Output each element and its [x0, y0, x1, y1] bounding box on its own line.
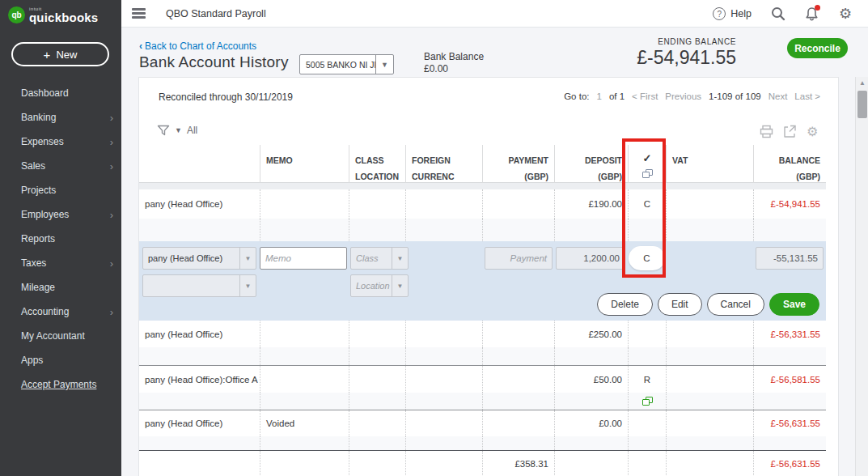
page-header: ‹Back to Chart of Accounts Bank Account …	[121, 28, 868, 77]
page-of: of 1	[609, 91, 625, 101]
header-class-location[interactable]: CLASS LOCATION	[349, 145, 405, 183]
table-settings-gear-icon[interactable]: ⚙	[807, 125, 820, 138]
settings-gear-icon[interactable]: ⚙	[839, 6, 853, 21]
new-button[interactable]: + New	[11, 42, 109, 66]
edit-button[interactable]: Edit	[658, 293, 702, 316]
row-gap	[139, 183, 826, 189]
account-select[interactable]: 5005 BANKO NI JEIZIE ▼	[299, 54, 394, 74]
ending-balance-label: ENDING BALANCE	[658, 37, 736, 46]
header-vat[interactable]: VAT	[666, 145, 753, 183]
sidebar-item-projects[interactable]: Projects	[0, 178, 121, 202]
chevron-down-icon: ▼	[239, 248, 256, 269]
header-foreign-currency[interactable]: FOREIGN CURRENC EXCHANGE RATE	[405, 145, 482, 183]
pagination: Go to: 1 of 1 < First Previous 1-109 of …	[564, 91, 820, 101]
sidebar-item-banking[interactable]: Banking›	[0, 105, 121, 130]
hamburger-menu-icon[interactable]	[132, 8, 146, 19]
sidebar-item-expenses[interactable]: Expenses›	[0, 130, 121, 154]
table-header: MEMO CLASS LOCATION FOREIGN CURRENC EXCH…	[139, 145, 826, 183]
help-icon: ?	[713, 7, 726, 20]
quickbooks-logo: qb intuit quickbooks	[8, 6, 98, 23]
next-page-button[interactable]: Next	[768, 91, 788, 101]
reconcile-button[interactable]: Reconcile	[787, 38, 848, 58]
chevron-down-icon: ▼	[392, 275, 408, 296]
table-row[interactable]: £358.31 £-56,631.55	[139, 451, 826, 476]
range-text: 1-109 of 109	[709, 91, 761, 101]
reconciled-through-text: Reconciled through 30/11/2019	[159, 91, 293, 103]
sidebar-item-reports[interactable]: Reports	[0, 227, 121, 251]
page-current[interactable]: 1	[596, 91, 601, 101]
deposit-input[interactable]: 1,200.00	[556, 247, 625, 270]
print-icon[interactable]	[760, 125, 773, 138]
copy-transaction-icon[interactable]	[642, 397, 653, 406]
sidebar-item-dashboard[interactable]: Dashboard	[0, 81, 121, 105]
vertical-scrollbar[interactable]: ▲	[855, 77, 868, 476]
brand-label: quickbooks	[29, 11, 98, 23]
help-label: Help	[730, 8, 752, 19]
table-row[interactable]: pany (Head Office):Office A £50.00 R £-5…	[139, 366, 826, 410]
back-to-chart-link[interactable]: ‹Back to Chart of Accounts	[139, 40, 256, 52]
sidebar-item-taxes[interactable]: Taxes›	[0, 251, 121, 275]
sidebar-nav: Dashboard Banking› Expenses› Sales› Proj…	[0, 81, 121, 397]
balance-field: -55,131.55	[756, 247, 824, 270]
status-badge: R	[628, 366, 666, 393]
export-icon[interactable]	[783, 125, 797, 138]
header-deposit[interactable]: DEPOSIT (GBP)	[554, 145, 628, 183]
sidebar-item-sales[interactable]: Sales›	[0, 154, 121, 178]
notifications-bell-icon[interactable]	[805, 6, 819, 21]
goto-label: Go to:	[564, 91, 589, 101]
bank-balance-label: Bank Balance	[424, 51, 484, 63]
page-title: Bank Account History	[139, 53, 289, 71]
memo-input[interactable]	[260, 247, 347, 270]
filter-label: All	[187, 125, 197, 136]
sidebar-item-my-accountant[interactable]: My Accountant	[0, 324, 121, 348]
sidebar-item-accounting[interactable]: Accounting›	[0, 300, 121, 324]
edit-row: pany (Head Office) ▼ Class ▼ Payment 1,2…	[139, 241, 826, 321]
sidebar-item-apps[interactable]: Apps	[0, 348, 121, 372]
help-button[interactable]: ? Help	[713, 7, 752, 20]
account-field-select[interactable]: pany (Head Office) ▼	[142, 247, 256, 270]
new-button-label: New	[56, 49, 77, 61]
sidebar-item-employees[interactable]: Employees›	[0, 202, 121, 227]
bank-balance-value: £0.00	[424, 63, 484, 75]
company-name: QBO Standard Payroll	[166, 8, 266, 19]
chevron-down-icon: ▼	[239, 275, 256, 296]
payment-input[interactable]: Payment	[485, 247, 553, 270]
header-memo[interactable]: MEMO	[260, 145, 349, 183]
filter-dropdown[interactable]: ▼ All	[157, 125, 197, 136]
chevron-right-icon: ›	[110, 209, 113, 221]
header-balance[interactable]: BALANCE (GBP)	[753, 145, 826, 183]
account-select-value: 5005 BANKO NI JEIZIE	[300, 55, 375, 74]
chevron-right-icon: ›	[110, 112, 113, 124]
chevron-down-icon: ▼	[375, 55, 393, 74]
class-select[interactable]: Class ▼	[350, 247, 409, 270]
table-row[interactable]: pany (Head Office) Voided £0.00 £-56,631…	[139, 410, 826, 450]
location-select[interactable]: Location ▼	[350, 274, 409, 297]
chevron-right-icon: ›	[110, 136, 113, 148]
chevron-down-icon: ▼	[392, 248, 408, 269]
secondary-account-select[interactable]: ▼	[142, 274, 256, 297]
table-row[interactable]: pany (Head Office) £250.00 £-56,331.55	[139, 321, 826, 365]
notification-badge	[815, 5, 820, 11]
sidebar: qb intuit quickbooks + New Dashboard Ban…	[0, 0, 121, 476]
chevron-right-icon: ›	[110, 306, 113, 318]
cancel-button[interactable]: Cancel	[707, 293, 764, 316]
scroll-up-arrow[interactable]: ▲	[856, 77, 868, 89]
qb-logo-icon: qb	[8, 6, 25, 23]
first-page-button[interactable]: < First	[632, 91, 658, 101]
bank-balance: Bank Balance £0.00	[424, 51, 484, 75]
header-payment[interactable]: PAYMENT (GBP)	[482, 145, 554, 183]
highlight-box	[622, 138, 666, 278]
delete-button[interactable]: Delete	[597, 293, 653, 316]
sidebar-item-accept-payments[interactable]: Accept Payments	[0, 372, 121, 397]
topbar: QBO Standard Payroll ? Help ⚙	[121, 0, 868, 28]
search-icon[interactable]	[771, 6, 785, 21]
previous-page-button[interactable]: Previous	[665, 91, 701, 101]
table-row[interactable]: pany (Head Office) £190.00 C £-54,941.55	[139, 189, 826, 241]
chevron-right-icon: ›	[110, 257, 113, 270]
save-button[interactable]: Save	[769, 293, 819, 316]
last-page-button[interactable]: Last >	[794, 91, 820, 101]
app-window: qb intuit quickbooks + New Dashboard Ban…	[0, 0, 868, 476]
scrollbar-thumb[interactable]	[857, 91, 867, 118]
sidebar-item-mileage[interactable]: Mileage	[0, 275, 121, 300]
chevron-right-icon: ›	[110, 160, 113, 172]
